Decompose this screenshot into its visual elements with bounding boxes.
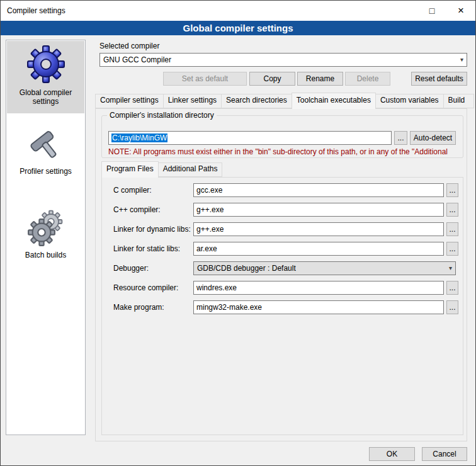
c-compiler-input[interactable]: gcc.exe — [193, 183, 444, 197]
selected-compiler-label: Selected compiler — [99, 42, 159, 50]
settings-tabs: Compiler settings Linker settings Search… — [95, 93, 473, 108]
maximize-button[interactable]: □ — [417, 1, 446, 20]
gray-gears-icon — [28, 210, 64, 246]
copy-button[interactable]: Copy — [249, 72, 295, 86]
linker-dynamic-input[interactable]: g++.exe — [193, 222, 444, 236]
sidebar-item-profiler-settings[interactable]: Profiler settings — [7, 122, 84, 183]
sidebar-item-label: Batch builds — [8, 251, 83, 259]
installation-directory-group: Compiler's installation directory C:\ray… — [101, 115, 463, 158]
installation-directory-group-title: Compiler's installation directory — [107, 111, 217, 120]
window-title: Compiler settings — [7, 1, 65, 21]
ok-button[interactable]: OK — [369, 447, 415, 461]
installation-directory-value: C:\raylib\MinGW — [111, 134, 167, 142]
cancel-button[interactable]: Cancel — [422, 447, 467, 461]
tab-compiler-settings[interactable]: Compiler settings — [95, 94, 164, 108]
make-program-label: Make program: — [113, 300, 164, 314]
sidebar-item-label: Profiler settings — [8, 167, 83, 176]
linker-static-label: Linker for static libs: — [113, 242, 180, 256]
compiler-settings-dialog: Compiler settings □ × Global compiler se… — [0, 0, 476, 466]
delete-button[interactable]: Delete — [345, 72, 390, 86]
compiler-select-value: GNU GCC Compiler — [103, 55, 171, 64]
hammer-icon — [28, 126, 64, 162]
installation-directory-input[interactable]: C:\raylib\MinGW — [108, 131, 392, 145]
make-program-browse-button[interactable]: ... — [446, 300, 458, 314]
c-compiler-browse-button[interactable]: ... — [446, 183, 458, 197]
cpp-compiler-label: C++ compiler: — [113, 203, 161, 217]
bin-subdirectory-note: NOTE: All programs must exist either in … — [108, 147, 458, 156]
resource-compiler-label: Resource compiler: — [113, 281, 178, 295]
rename-button[interactable]: Rename — [297, 72, 343, 86]
debugger-select-value: GDB/CDB debugger : Default — [197, 264, 296, 273]
title-bar[interactable] — [1, 1, 475, 21]
dialog-heading: Global compiler settings — [1, 21, 475, 35]
subtab-program-files[interactable]: Program Files — [101, 161, 159, 178]
compiler-select[interactable]: GNU GCC Compiler ▾ — [99, 53, 467, 67]
debugger-select[interactable]: GDB/CDB debugger : Default ▾ — [193, 261, 456, 275]
resource-compiler-input[interactable]: windres.exe — [193, 281, 444, 295]
subtab-additional-paths[interactable]: Additional Paths — [158, 162, 223, 177]
tab-toolchain-executables[interactable]: Toolchain executables — [292, 93, 376, 109]
browse-directory-button[interactable]: ... — [394, 131, 407, 145]
program-files-page: C compiler: gcc.exe ... C++ compiler: g+… — [101, 177, 463, 435]
tab-custom-variables[interactable]: Custom variables — [375, 94, 444, 108]
resource-compiler-browse-button[interactable]: ... — [446, 281, 458, 295]
make-program-input[interactable]: mingw32-make.exe — [193, 300, 444, 314]
linker-dynamic-label: Linker for dynamic libs: — [113, 222, 191, 236]
gear-blue-icon — [26, 45, 65, 84]
sidebar-item-batch-builds[interactable]: Batch builds — [7, 206, 84, 267]
set-as-default-button[interactable]: Set as default — [163, 72, 247, 86]
tab-linker-settings[interactable]: Linker settings — [163, 94, 222, 108]
auto-detect-button[interactable]: Auto-detect — [410, 131, 456, 145]
reset-defaults-button[interactable]: Reset defaults — [411, 72, 467, 86]
settings-category-list: Global compiler settings Profiler settin… — [6, 40, 86, 435]
linker-static-browse-button[interactable]: ... — [446, 242, 458, 256]
linker-dynamic-browse-button[interactable]: ... — [446, 222, 458, 236]
linker-static-input[interactable]: ar.exe — [193, 242, 444, 256]
close-icon: × — [458, 4, 464, 17]
close-button[interactable]: × — [446, 1, 475, 20]
sidebar-item-global-compiler-settings[interactable]: Global compiler settings — [7, 41, 84, 113]
sidebar-item-label: Global compiler settings — [8, 88, 83, 106]
cpp-compiler-input[interactable]: g++.exe — [193, 203, 444, 217]
c-compiler-label: C compiler: — [113, 183, 152, 197]
chevron-down-icon: ▾ — [449, 262, 452, 275]
cpp-compiler-browse-button[interactable]: ... — [446, 203, 458, 217]
tab-build-clipped[interactable]: Build — [443, 94, 474, 108]
program-tabs: Program Files Additional Paths — [101, 162, 222, 177]
maximize-icon: □ — [429, 6, 434, 16]
debugger-label: Debugger: — [113, 261, 149, 275]
chevron-down-icon: ▾ — [460, 54, 463, 66]
tab-search-directories[interactable]: Search directories — [221, 94, 292, 108]
